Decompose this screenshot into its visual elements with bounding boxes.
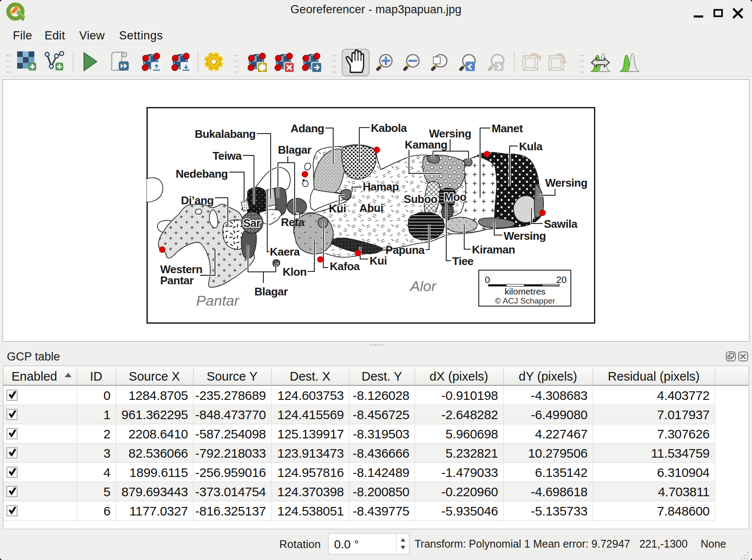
svg-text:Kabola: Kabola: [371, 122, 407, 134]
svg-text:Kamang: Kamang: [405, 138, 448, 151]
svg-text:Papuna: Papuna: [385, 244, 425, 256]
svg-text:Suboo: Suboo: [404, 193, 437, 206]
svg-text:Blagar: Blagar: [278, 143, 311, 156]
svg-text:Adang: Adang: [291, 122, 324, 135]
svg-text:Tiee: Tiee: [452, 255, 474, 268]
svg-text:kilometres: kilometres: [504, 286, 546, 296]
svg-text:Bukalabang: Bukalabang: [195, 128, 256, 140]
svg-text:© ACJ Schapper: © ACJ Schapper: [495, 296, 555, 305]
svg-text:Klon: Klon: [283, 265, 307, 278]
svg-text:Kui: Kui: [370, 254, 387, 267]
svg-text:Pantar: Pantar: [160, 274, 194, 287]
svg-text:0: 0: [485, 274, 490, 285]
svg-text:Sawila: Sawila: [544, 217, 578, 230]
svg-text:Wersing: Wersing: [429, 127, 471, 140]
svg-text:Kiraman: Kiraman: [472, 243, 515, 256]
svg-text:Moo: Moo: [444, 191, 466, 203]
svg-text:20: 20: [556, 274, 567, 285]
svg-text:Alor: Alor: [409, 278, 437, 294]
svg-text:Wersing: Wersing: [504, 229, 546, 242]
svg-text:Abui: Abui: [359, 202, 383, 214]
svg-text:Kaera: Kaera: [270, 245, 300, 258]
svg-text:Kui: Kui: [329, 202, 346, 215]
svg-text:Hamap: Hamap: [363, 180, 399, 193]
svg-text:Sar: Sar: [243, 217, 261, 229]
svg-text:Reta: Reta: [281, 216, 304, 229]
svg-text:Nedebang: Nedebang: [176, 167, 228, 180]
svg-text:Teiwa: Teiwa: [212, 149, 242, 162]
svg-text:Kula: Kula: [519, 140, 543, 153]
svg-text:Manet: Manet: [492, 122, 523, 135]
svg-text:Pantar: Pantar: [196, 292, 240, 309]
svg-text:Blagar: Blagar: [254, 285, 288, 298]
svg-text:Wersing: Wersing: [545, 176, 588, 189]
svg-text:Di’ang: Di’ang: [181, 194, 214, 207]
svg-text:Kafoa: Kafoa: [330, 260, 360, 273]
